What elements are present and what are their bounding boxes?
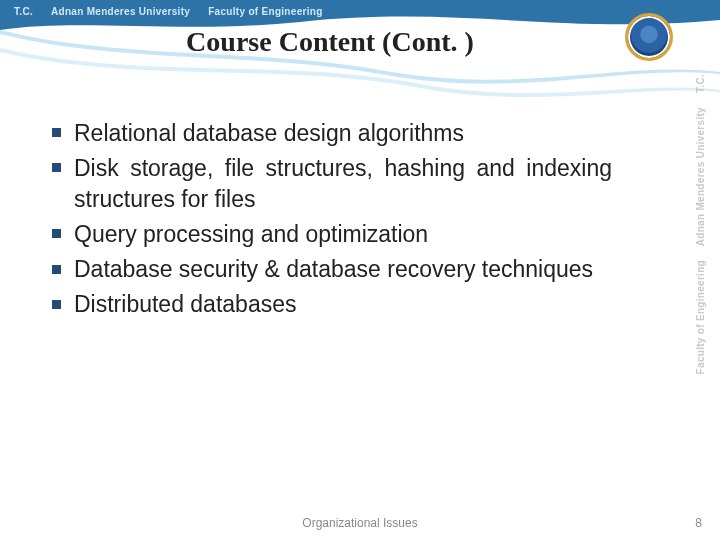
list-item: Query processing and optimization [52,219,612,250]
list-item: Disk storage, file structures, hashing a… [52,153,612,215]
banner-university: Adnan Menderes University [51,6,190,17]
page-title: Course Content (Cont. ) [0,26,660,58]
bullet-list: Relational database design algorithms Di… [52,118,612,324]
rail-tc: T.C. [695,74,706,93]
banner-tc: T.C. [14,6,33,17]
rail-faculty: Faculty of Engineering [695,260,706,374]
top-banner: T.C. Adnan Menderes University Faculty o… [0,0,720,22]
footer-text: Organizational Issues [0,516,720,530]
slide: T.C. Adnan Menderes University Faculty o… [0,0,720,540]
list-item: Database security & database recovery te… [52,254,612,285]
list-item: Distributed databases [52,289,612,320]
right-rail: T.C. Adnan Menderes University Faculty o… [680,74,720,534]
list-item: Relational database design algorithms [52,118,612,149]
banner-faculty: Faculty of Engineering [208,6,322,17]
rail-university: Adnan Menderes University [695,107,706,246]
page-number: 8 [695,516,702,530]
